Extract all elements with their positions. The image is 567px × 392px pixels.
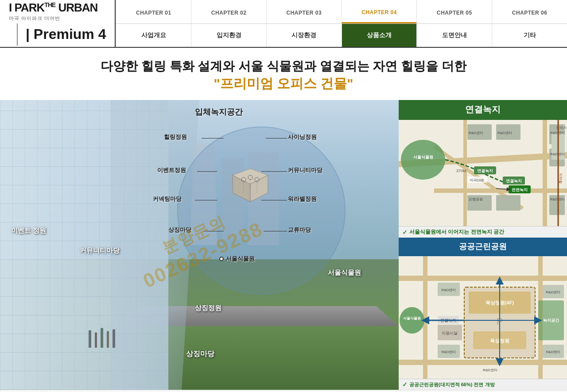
title-line2: "프리미엄 오피스 건물" <box>0 75 567 93</box>
svg-text:R&D센터: R&D센터 <box>469 131 483 135</box>
svg-text:R&D센터: R&D센터 <box>546 290 561 294</box>
line-힐링정원 <box>202 138 224 138</box>
svg-text:R&D센터: R&D센터 <box>497 131 512 135</box>
svg-text:지하철: 지하철 <box>559 173 563 184</box>
line-교류마당 <box>264 231 287 231</box>
svg-text:R&D센터: R&D센터 <box>442 350 456 354</box>
logo-area: I PARKTHE URBAN 마곡 아이파크 더어반 | Premium 4 <box>0 0 116 47</box>
diagram-overlay: 입체녹지공간 <box>151 109 381 343</box>
svg-text:지원시설: 지원시설 <box>442 331 458 335</box>
svg-text:서울식물원: 서울식물원 <box>403 316 421 320</box>
green-section-header: 연결녹지 <box>399 100 567 120</box>
diagram-circle <box>177 127 346 295</box>
svg-text:녹지공간: 녹지공간 <box>543 318 559 323</box>
bottom-map-svg: 서울식물원 연결녹지 R&D센터 R&D센터 지원시설 <box>399 256 567 379</box>
svg-text:연결녹지: 연결녹지 <box>477 169 493 173</box>
img-label-커뮤니티마당: 커뮤니티마당 <box>80 246 120 255</box>
line-커넥팅마당 <box>195 200 217 200</box>
nav-도면안내[interactable]: 도면안내 <box>416 24 492 47</box>
chapter-03[interactable]: CHAPTER 03 <box>266 0 342 23</box>
svg-text:370M: 370M <box>456 169 466 173</box>
diagram-title: 입체녹지공간 <box>195 107 243 117</box>
label-커넥팅마당: 커넥팅마당 <box>153 195 182 203</box>
chapter-04[interactable]: CHAPTER 04 <box>342 0 417 23</box>
label-서울식물원-diagram: 서울식물원 <box>219 255 255 263</box>
img-label-상징마당: 상징마당 <box>186 350 214 359</box>
label-사이닝정원: 사이닝정원 <box>288 133 317 141</box>
svg-text:마곡10로: 마곡10로 <box>470 178 485 182</box>
svg-text:연결녹지: 연결녹지 <box>506 179 522 183</box>
top-section-note: ✓ 서울식물원에서 이어지는 전면녹지 공간 <box>399 226 567 238</box>
blue-section-header: 공공근린공원 <box>399 238 567 256</box>
label-커뮤니티마당: 커뮤니티마당 <box>288 166 322 174</box>
check-icon-2: ✓ <box>402 381 408 388</box>
img-label-상징정원: 상징정원 <box>195 304 221 312</box>
main-content: 분양문의 002632-9288 입체녹지공간 <box>0 100 567 390</box>
svg-text:R&D센터: R&D센터 <box>550 131 565 135</box>
label-워라밸정원: 워라밸정원 <box>288 195 317 203</box>
chapter-05[interactable]: CHAPTER 05 <box>416 0 492 23</box>
img-label-이벤트정원: 이벤트 정원 <box>11 227 46 235</box>
logo-divider <box>17 23 18 46</box>
premium-label: | Premium 4 <box>26 26 106 42</box>
svg-point-24 <box>401 140 445 180</box>
chapter-01[interactable]: CHAPTER 01 <box>116 0 191 23</box>
title-line1: 다양한 힐링 특화 설계와 서울 식물원과 열결되는 자연 힐링을 더한 <box>0 58 567 75</box>
line-이벤트정원 <box>197 171 217 172</box>
green-section-title: 연결녹지 <box>404 104 562 115</box>
people-area <box>89 312 363 348</box>
bottom-note-text: 공공근린공원(대지면적 66%) 전면 개방 <box>409 381 495 388</box>
bottom-map-container: 서울식물원 연결녹지 R&D센터 R&D센터 지원시설 <box>399 256 567 379</box>
bottom-section-note: ✓ 공공근린공원(대지면적 66%) 전면 개방 <box>399 379 567 390</box>
line-커뮤니티마당 <box>261 171 287 172</box>
label-교류마당: 교류마당 <box>288 226 311 234</box>
svg-text:은행공원: 은행공원 <box>469 197 483 201</box>
check-icon-1: ✓ <box>402 229 408 236</box>
line-워라밸정원 <box>261 200 287 200</box>
img-label-서울식물원: 서울식물원 <box>328 269 361 277</box>
svg-text:R&D센터: R&D센터 <box>550 197 565 201</box>
svg-text:R&D센터: R&D센터 <box>483 368 497 372</box>
top-map-container: 서울식물원 연결녹지 연결녹지 마곡10로 370M <box>399 120 567 226</box>
svg-point-50 <box>400 307 424 334</box>
line-사이닝정원 <box>266 138 287 138</box>
nav-입지환경[interactable]: 입지환경 <box>191 24 266 47</box>
nav-상품소개[interactable]: 상품소개 <box>342 24 417 47</box>
svg-text:서울식물원: 서울식물원 <box>413 155 433 159</box>
label-힐링정원: 힐링정원 <box>164 133 187 141</box>
nav-기타[interactable]: 기타 <box>492 24 567 47</box>
right-panel: 연결녹지 <box>399 100 567 390</box>
svg-text:R&D센터: R&D센터 <box>442 288 456 292</box>
nav-area: CHAPTER 01 CHAPTER 02 CHAPTER 03 CHAPTER… <box>116 0 567 47</box>
blue-section-title: 공공근린공원 <box>404 241 562 252</box>
logo-ipark: I PARKTHE URBAN <box>9 1 97 14</box>
label-이벤트정원: 이벤트정원 <box>157 166 186 174</box>
top-map-svg: 서울식물원 연결녹지 연결녹지 마곡10로 370M <box>399 120 567 226</box>
svg-rect-21 <box>496 195 520 211</box>
svg-text:R&D센터: R&D센터 <box>550 152 565 156</box>
left-building-area: 입체녹지공간 <box>0 100 399 390</box>
chapter-06[interactable]: CHAPTER 06 <box>492 0 567 23</box>
line-상징마당 <box>204 231 224 231</box>
logo-korean: 마곡 아이파크 더어반 <box>9 15 106 22</box>
top-note-text: 서울식물원에서 이어지는 전면녹지 공간 <box>409 228 504 236</box>
header: I PARKTHE URBAN 마곡 아이파크 더어반 | Premium 4 … <box>0 0 567 48</box>
chapter-02[interactable]: CHAPTER 02 <box>191 0 266 23</box>
label-상징마당: 상징마당 <box>168 226 191 234</box>
svg-text:R&D센터: R&D센터 <box>546 350 561 354</box>
footer: Biz Development & consulting Report 2023… <box>0 390 567 392</box>
title-section: 다양한 힐링 특화 설계와 서울 식물원과 열결되는 자연 힐링을 더한 "프리… <box>0 48 567 100</box>
nav-사업개요[interactable]: 사업개요 <box>116 24 191 47</box>
nav-chapters: CHAPTER 01 CHAPTER 02 CHAPTER 03 CHAPTER… <box>116 0 567 24</box>
svg-text:전면녹지: 전면녹지 <box>512 188 528 192</box>
nav-labels: 사업개요 입지환경 시장환경 상품소개 도면안내 기타 <box>116 24 567 47</box>
nav-시장환경[interactable]: 시장환경 <box>266 24 342 47</box>
